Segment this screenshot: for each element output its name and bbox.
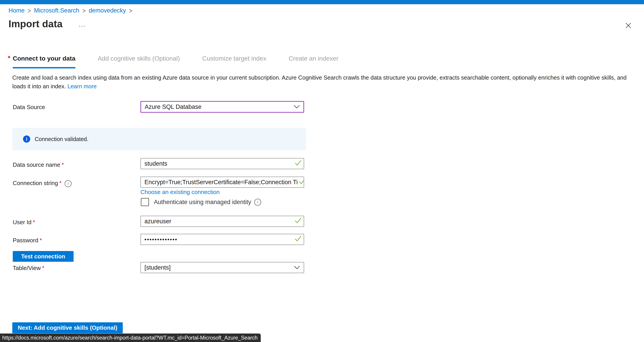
ellipsis-icon[interactable]: ... xyxy=(79,20,86,28)
label-text: Data source name xyxy=(13,162,60,168)
data-source-name-input[interactable]: students xyxy=(140,158,304,169)
managed-identity-label: Authenticate using managed identity xyxy=(154,199,251,206)
intro-text: Create and load a search index using dat… xyxy=(12,74,626,90)
checkmark-icon xyxy=(294,160,302,168)
test-connection-button[interactable]: Test connection xyxy=(13,251,74,262)
portal-top-bar xyxy=(0,0,644,4)
checkmark-icon xyxy=(294,217,302,226)
tab-label: Customize target index xyxy=(202,55,266,62)
password-label: Password* xyxy=(13,237,42,244)
table-view-label: Table/View* xyxy=(13,265,44,272)
tab-label: Create an indexer xyxy=(289,55,338,62)
tab-connect-to-your-data[interactable]: * Connect to your data xyxy=(13,55,75,68)
breadcrumb-microsoft-search[interactable]: Microsoft.Search xyxy=(34,7,80,14)
tab-label: Connect to your data xyxy=(13,55,75,62)
chevron-down-icon xyxy=(294,104,300,110)
required-asterisk: * xyxy=(62,162,64,168)
data-source-value: Azure SQL Database xyxy=(145,104,202,110)
user-id-label: User Id* xyxy=(13,219,35,226)
breadcrumb-demovedecky[interactable]: demovedecky xyxy=(89,7,126,14)
table-view-select[interactable]: [students] xyxy=(140,262,304,273)
checkmark-icon xyxy=(294,236,302,244)
banner-text: Connection validated. xyxy=(35,136,88,142)
managed-identity-checkbox[interactable] xyxy=(141,198,149,206)
connection-validated-banner: i Connection validated. xyxy=(12,128,306,150)
data-source-name-value: students xyxy=(144,160,167,167)
label-text: Connection string xyxy=(13,180,58,186)
label-text: User Id xyxy=(13,219,32,226)
next-add-cognitive-skills-button[interactable]: Next: Add cognitive skills (Optional) xyxy=(12,322,123,333)
chevron-down-icon xyxy=(294,264,300,271)
data-source-name-label: Data source name* xyxy=(13,162,64,168)
page-title: Import data xyxy=(8,18,62,30)
breadcrumb-home[interactable]: Home xyxy=(8,7,24,14)
password-input[interactable]: ••••••••••••• xyxy=(140,234,304,245)
tab-label: Add cognitive skills (Optional) xyxy=(98,55,180,62)
user-id-input[interactable]: azureuser xyxy=(140,216,304,227)
connection-string-value: Encrypt=True;TrustServerCertificate=Fals… xyxy=(144,179,304,186)
breadcrumb-separator: > xyxy=(28,7,31,14)
password-value: ••••••••••••• xyxy=(144,236,178,242)
required-asterisk: * xyxy=(59,180,62,186)
info-icon[interactable]: i xyxy=(254,199,261,206)
tab-add-cognitive-skills[interactable]: Add cognitive skills (Optional) xyxy=(98,55,180,68)
close-icon-glyph xyxy=(625,22,632,29)
required-asterisk: * xyxy=(42,265,44,271)
label-text: Password xyxy=(13,237,38,244)
info-icon[interactable]: i xyxy=(64,180,72,187)
data-source-select[interactable]: Azure SQL Database xyxy=(140,101,304,113)
learn-more-link[interactable]: Learn more xyxy=(68,83,96,90)
label-text: Table/View xyxy=(13,265,41,271)
tab-customize-target-index[interactable]: Customize target index xyxy=(202,55,266,68)
breadcrumb-separator: > xyxy=(82,7,86,14)
data-source-label: Data Source xyxy=(13,104,45,111)
choose-existing-connection-link[interactable]: Choose an existing connection xyxy=(140,189,220,196)
tab-create-an-indexer[interactable]: Create an indexer xyxy=(289,55,338,68)
connection-string-label: Connection string*i xyxy=(13,180,72,187)
link-preview-statusbar: https://docs.microsoft.com/azure/search/… xyxy=(0,334,261,342)
info-icon: i xyxy=(23,136,30,142)
wizard-tabs: * Connect to your data Add cognitive ski… xyxy=(13,55,338,68)
breadcrumb: Home > Microsoft.Search > demovedecky > xyxy=(8,7,132,14)
user-id-value: azureuser xyxy=(144,218,171,225)
breadcrumb-separator: > xyxy=(129,7,132,14)
required-asterisk: * xyxy=(8,54,10,62)
required-asterisk: * xyxy=(33,219,35,226)
intro-paragraph: Create and load a search index using dat… xyxy=(12,73,636,91)
import-data-page: Home > Microsoft.Search > demovedecky > … xyxy=(0,0,644,342)
checkmark-icon xyxy=(298,178,304,186)
required-asterisk: * xyxy=(40,237,42,244)
connection-string-input[interactable]: Encrypt=True;TrustServerCertificate=Fals… xyxy=(140,176,304,188)
managed-identity-row: Authenticate using managed identity i xyxy=(141,198,261,206)
table-view-value: [students] xyxy=(144,264,170,271)
close-icon[interactable] xyxy=(624,21,633,30)
statusbar-url: https://docs.microsoft.com/azure/search/… xyxy=(2,335,258,341)
